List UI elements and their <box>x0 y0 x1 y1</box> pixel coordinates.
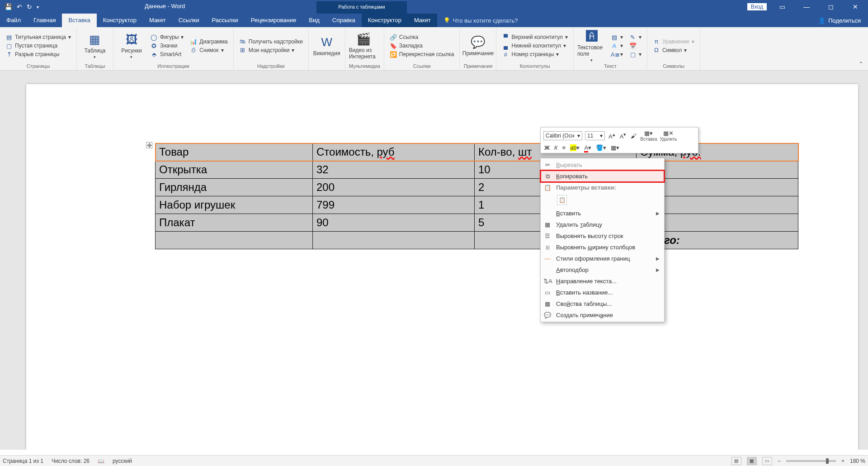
header-button[interactable]: ▀Верхний колонтитул ▾ <box>500 33 569 41</box>
zoom-in-icon[interactable]: + <box>841 458 844 464</box>
footer-button[interactable]: ▄Нижний колонтитул ▾ <box>500 42 569 50</box>
ctx-border-styles[interactable]: —Стили оформления границ▶ <box>541 253 664 264</box>
ctx-insert-caption[interactable]: ▭Вставить название... <box>541 287 664 298</box>
ctx-distribute-rows[interactable]: ☰Выровнять высоту строк <box>541 230 664 242</box>
ctx-table-properties[interactable]: ▦Свойства таблицы... <box>541 298 664 309</box>
view-web-layout-icon[interactable]: ▭ <box>762 457 772 465</box>
save-icon[interactable]: 💾 <box>5 3 12 10</box>
ctx-cut[interactable]: ✂Вырезать <box>541 159 664 171</box>
maximize-icon[interactable]: ◻ <box>822 3 840 10</box>
close-icon[interactable]: ✕ <box>846 3 864 10</box>
table-button[interactable]: ▦Таблица▾ <box>80 29 109 62</box>
status-spellcheck-icon[interactable]: 📖 <box>98 458 104 464</box>
bold-icon[interactable]: Ж <box>543 144 551 151</box>
ctx-autofit[interactable]: Автоподбор▶ <box>541 264 664 276</box>
status-word-count[interactable]: Число слов: 26 <box>52 458 90 464</box>
redo-icon[interactable]: ↻ <box>27 3 32 10</box>
collapse-ribbon-icon[interactable]: ⌃ <box>859 27 868 70</box>
status-page[interactable]: Страница 1 из 1 <box>3 458 43 464</box>
zoom-out-icon[interactable]: − <box>778 458 781 464</box>
table-row[interactable]: Гирлянда2002400 <box>156 179 798 196</box>
ctx-insert[interactable]: Вставить▶ <box>541 208 664 219</box>
tab-mailings[interactable]: Рассылки <box>205 14 244 27</box>
tab-view[interactable]: Вид <box>302 14 326 27</box>
tab-references[interactable]: Ссылки <box>172 14 206 27</box>
tab-layout[interactable]: Макет <box>143 14 172 27</box>
view-print-layout-icon[interactable]: ▦ <box>747 457 757 465</box>
sign-in-button[interactable]: Вход <box>747 3 767 10</box>
wikipedia-button[interactable]: WВикипедия <box>312 29 341 62</box>
table-row[interactable]: Плакат905450 <box>156 214 798 232</box>
tab-design[interactable]: Конструктор <box>97 14 143 27</box>
highlight-icon[interactable]: ab▾ <box>569 144 580 151</box>
get-addins-button[interactable]: 🛍Получить надстройки <box>237 38 305 45</box>
align-icon[interactable]: ≡ <box>561 144 566 151</box>
qat-customize-icon[interactable]: ▾ <box>37 5 39 10</box>
ctx-copy[interactable]: ⧉Копировать <box>541 171 664 182</box>
minimize-icon[interactable]: — <box>797 3 816 10</box>
document-table[interactable]: Товар Стоимость, руб Кол-во, шт Сумма, р… <box>155 143 798 249</box>
ribbon-display-icon[interactable]: ▭ <box>773 3 791 10</box>
ctx-new-comment[interactable]: 💬Создать примечание <box>541 309 664 321</box>
delete-icon[interactable]: ▦✕ <box>662 130 675 137</box>
shapes-button[interactable]: ◯Фигуры ▾ <box>149 33 185 41</box>
cover-page-button[interactable]: ▤Титульная страница ▾ <box>4 33 73 41</box>
zoom-level[interactable]: 180 % <box>850 458 865 464</box>
equation-button[interactable]: πУравнение ▾ <box>651 38 696 45</box>
ctx-distribute-cols[interactable]: ⫼Выровнять ширину столбцов <box>541 242 664 253</box>
table-row[interactable]: Открытка3210320 <box>156 161 798 179</box>
tab-table-layout[interactable]: Макет <box>408 14 437 27</box>
borders-icon[interactable]: ▦▾ <box>610 144 620 151</box>
italic-icon[interactable]: К <box>553 144 559 151</box>
shrink-font-icon[interactable]: A▾ <box>619 132 627 140</box>
table-header-cell[interactable]: Стоимость, руб <box>313 143 475 161</box>
link-button[interactable]: 🔗Ссылка <box>388 33 456 41</box>
ctx-text-direction[interactable]: ⇅AНаправление текста... <box>541 276 664 287</box>
view-read-mode-icon[interactable]: ▤ <box>731 457 741 465</box>
cross-reference-button[interactable]: 🔁Перекрестная ссылка <box>388 51 456 58</box>
signature-button[interactable]: ✎▾ <box>627 33 643 41</box>
share-button[interactable]: 👤Поделиться <box>811 14 868 27</box>
online-video-button[interactable]: 🎬Видео из Интернета <box>349 29 378 62</box>
table-row[interactable]: Товар Стоимость, руб Кол-во, шт Сумма, р… <box>156 143 798 161</box>
smartart-button[interactable]: ⬘SmartArt <box>149 51 185 58</box>
table-row[interactable]: Набор игрушек7991799 <box>156 196 798 214</box>
textbox-button[interactable]: 🅰Текстовое поле▾ <box>577 29 606 62</box>
zoom-slider[interactable] <box>786 460 836 462</box>
tab-insert[interactable]: Вставка <box>62 14 96 27</box>
my-addins-button[interactable]: ⊞Мои надстройки ▾ <box>237 46 305 54</box>
tab-file[interactable]: Файл <box>0 14 27 27</box>
bookmark-button[interactable]: 🔖Закладка <box>388 42 456 50</box>
page-number-button[interactable]: #Номер страницы ▾ <box>500 51 569 58</box>
screenshot-button[interactable]: ⎙Снимок ▾ <box>188 46 229 54</box>
wordart-button[interactable]: A▾ <box>609 42 625 50</box>
font-family-select[interactable]: Calibri (Осн▾ <box>543 131 582 140</box>
grow-font-icon[interactable]: A▴ <box>608 132 616 140</box>
dropcap-button[interactable]: A≣▾ <box>609 51 625 58</box>
comment-button[interactable]: 💬Примечание <box>463 29 492 62</box>
format-painter-icon[interactable]: 🖌 <box>630 133 637 139</box>
shading-icon[interactable]: 🪣▾ <box>595 144 607 151</box>
quick-parts-button[interactable]: ▧▾ <box>609 33 625 41</box>
table-row[interactable]: Итого: <box>156 232 798 249</box>
table-header-cell[interactable]: Товар <box>156 143 313 161</box>
tab-table-design[interactable]: Конструктор <box>362 14 408 27</box>
insert-icon[interactable]: ▦▾ <box>643 130 654 137</box>
symbol-button[interactable]: ΩСимвол ▾ <box>651 46 696 54</box>
paste-option-icon[interactable]: 📋 <box>557 195 567 205</box>
object-button[interactable]: ▢▾ <box>627 51 643 58</box>
pictures-button[interactable]: 🖼Рисунки▾ <box>117 29 146 62</box>
datetime-button[interactable]: 📅 <box>627 42 643 50</box>
icons-button[interactable]: ✪Значки <box>149 42 185 50</box>
undo-icon[interactable]: ↶ <box>17 3 22 10</box>
table-move-handle-icon[interactable]: ✥ <box>146 142 152 148</box>
ctx-delete-table[interactable]: ▦Удалить таблицу <box>541 219 664 230</box>
font-color-icon[interactable]: A▾ <box>583 144 592 151</box>
status-language[interactable]: русский <box>113 458 132 464</box>
tab-help[interactable]: Справка <box>326 14 362 27</box>
tab-home[interactable]: Главная <box>27 14 62 27</box>
page-break-button[interactable]: ⤒Разрыв страницы <box>4 51 73 58</box>
tab-review[interactable]: Рецензирование <box>245 14 302 27</box>
font-size-select[interactable]: 11▾ <box>585 131 605 140</box>
tell-me-search[interactable]: Что вы хотите сделать? <box>437 14 524 27</box>
